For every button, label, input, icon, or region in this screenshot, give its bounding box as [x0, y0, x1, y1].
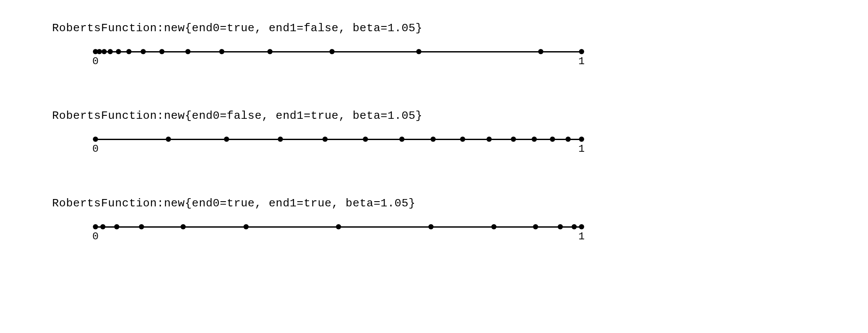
- data-point: [550, 137, 555, 142]
- data-point: [363, 137, 368, 142]
- tick-1-panel1: 1: [579, 56, 585, 67]
- data-point: [116, 49, 121, 54]
- tick-0-panel2: 0: [92, 143, 99, 155]
- data-point: [141, 49, 146, 54]
- data-point: [322, 137, 328, 142]
- page: RobertsFunction:new{end0=true, end1=fals…: [0, 0, 868, 333]
- axis-3: 0 1: [95, 222, 582, 232]
- data-point: [166, 137, 171, 142]
- data-point: [224, 137, 229, 142]
- data-point: [243, 224, 249, 229]
- caption-2: RobertsFunction:new{end0=false, end1=tru…: [52, 109, 816, 122]
- data-point: [566, 137, 571, 142]
- data-point: [431, 137, 436, 142]
- caption-1: RobertsFunction:new{end0=true, end1=fals…: [52, 22, 816, 35]
- data-point: [491, 224, 496, 229]
- data-point: [416, 49, 421, 54]
- caption-3: RobertsFunction:new{end0=true, end1=true…: [52, 197, 816, 210]
- axis-2: 0 1: [95, 134, 582, 145]
- data-point: [460, 137, 465, 142]
- data-point: [579, 137, 584, 142]
- data-point: [159, 49, 164, 54]
- panel-2: RobertsFunction:new{end0=false, end1=tru…: [52, 109, 816, 145]
- data-point: [93, 224, 98, 229]
- axis-line-1: [95, 51, 582, 52]
- axis-1: 0 1: [95, 47, 582, 57]
- data-point: [579, 224, 584, 229]
- data-point: [185, 49, 191, 54]
- tick-1-panel2: 1: [579, 143, 585, 155]
- data-point: [181, 224, 186, 229]
- data-point: [511, 137, 516, 142]
- tick-0-panel3: 0: [92, 231, 99, 242]
- panel-3: RobertsFunction:new{end0=true, end1=true…: [52, 197, 816, 232]
- data-point: [399, 137, 404, 142]
- data-point: [93, 137, 98, 142]
- data-point: [533, 224, 538, 229]
- data-point: [114, 224, 119, 229]
- data-point: [572, 224, 577, 229]
- data-point: [329, 49, 335, 54]
- data-point: [558, 224, 563, 229]
- data-point: [100, 224, 105, 229]
- data-point: [267, 49, 273, 54]
- data-point: [97, 49, 102, 54]
- data-point: [219, 49, 224, 54]
- data-point: [532, 137, 537, 142]
- data-point: [538, 49, 543, 54]
- data-point: [126, 49, 132, 54]
- panel-1: RobertsFunction:new{end0=true, end1=fals…: [52, 22, 816, 57]
- data-point: [579, 49, 584, 54]
- data-point: [336, 224, 341, 229]
- tick-0-panel1: 0: [92, 56, 99, 67]
- tick-1-panel3: 1: [579, 231, 585, 242]
- data-point: [487, 137, 492, 142]
- data-point: [278, 137, 283, 142]
- data-point: [139, 224, 144, 229]
- data-point: [428, 224, 434, 229]
- data-point: [108, 49, 113, 54]
- data-point: [102, 49, 107, 54]
